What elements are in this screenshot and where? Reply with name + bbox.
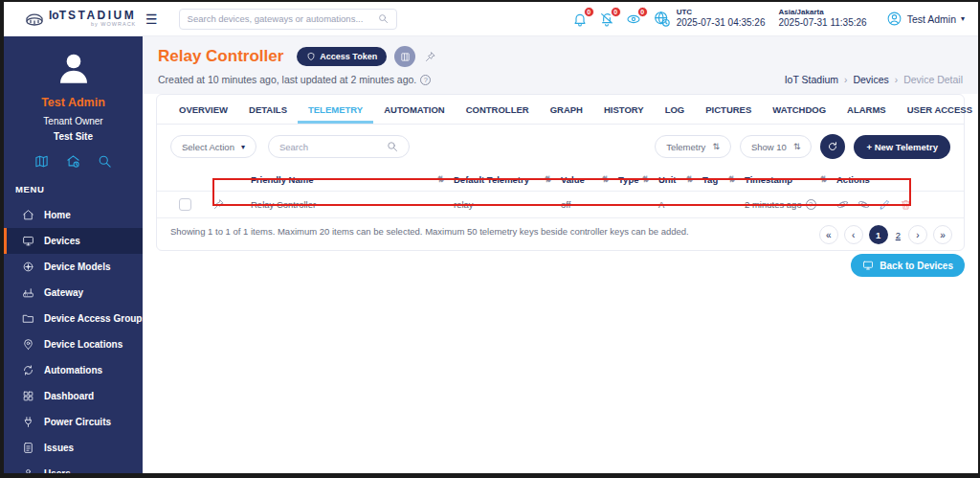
- search-icon[interactable]: [98, 154, 112, 169]
- sort-icon[interactable]: ⇅: [437, 174, 444, 184]
- sidebar: Test Admin Tenant Owner Test Site MENU H…: [4, 36, 143, 473]
- breadcrumb: IoT Stadium › Devices › Device Detail: [785, 74, 963, 85]
- table-search[interactable]: [268, 135, 410, 158]
- user-name: Test Admin: [907, 13, 956, 25]
- refresh-button[interactable]: [820, 134, 845, 159]
- table-footer: Showing 1 to 1 of 1 items. Maximum 20 it…: [157, 218, 964, 250]
- issues-icon: [22, 442, 34, 454]
- sidebar-item-gateway[interactable]: Gateway: [4, 280, 143, 306]
- breadcrumb-devices[interactable]: Devices: [853, 74, 888, 85]
- notifications-badge: 0: [584, 7, 594, 17]
- tab-user-access[interactable]: USER ACCESS: [897, 95, 980, 124]
- new-telemetry-button[interactable]: + New Telemetry: [854, 135, 950, 159]
- tab-watchdog[interactable]: WATCHDOG: [762, 95, 836, 124]
- clock-jakarta: Asia/Jakarta 2025-07-31 11:35:26: [779, 8, 867, 30]
- tab-pictures[interactable]: PICTURES: [695, 95, 762, 124]
- telemetry-filter-dropdown[interactable]: Telemetry ⇅: [655, 135, 731, 158]
- tab-alarms[interactable]: ALARMS: [836, 95, 897, 124]
- sidebar-item-device-models[interactable]: Device Models: [4, 254, 143, 280]
- map-icon[interactable]: [34, 154, 49, 169]
- page-header: Relay Controller Access Token Created at…: [143, 36, 978, 94]
- sort-icon[interactable]: ⇅: [602, 174, 609, 184]
- select-action-dropdown[interactable]: Select Action ▾: [170, 135, 256, 158]
- back-to-devices-button[interactable]: Back to Devices: [851, 254, 965, 277]
- sidebar-item-power-circuits[interactable]: Power Circuits: [4, 409, 143, 435]
- caret-down-icon: ▾: [241, 143, 245, 151]
- watchers-button[interactable]: 0: [626, 11, 641, 27]
- sidebar-item-users[interactable]: Users: [4, 461, 143, 478]
- tab-telemetry[interactable]: TELEMETRY: [298, 95, 373, 124]
- tab-details[interactable]: DETAILS: [238, 95, 298, 124]
- help-icon[interactable]: ?: [420, 75, 431, 85]
- sidebar-item-home[interactable]: Home: [4, 202, 143, 228]
- edit-icon[interactable]: [879, 198, 891, 211]
- tab-controller[interactable]: CONTROLLER: [456, 95, 540, 124]
- app-logo[interactable]: IoTSTADIUM by WOWRACK: [4, 10, 138, 28]
- row-pin-button[interactable]: [212, 198, 251, 211]
- col-tag: Tag: [702, 174, 718, 185]
- sort-icon[interactable]: ⇅: [820, 174, 827, 184]
- sidebar-item-devices[interactable]: Devices: [4, 228, 143, 254]
- prev-page-button[interactable]: ‹: [844, 225, 863, 244]
- sidebar-item-device-access-groups[interactable]: Device Access Groups: [4, 306, 143, 331]
- show-count-dropdown[interactable]: Show 10 ⇅: [740, 135, 813, 158]
- tab-bar: OVERVIEW DETAILS TELEMETRY AUTOMATION CO…: [157, 95, 964, 125]
- sort-icon[interactable]: ⇅: [686, 174, 693, 184]
- telemetry-orbit-icon[interactable]: [836, 198, 849, 211]
- api-orbit-icon[interactable]: [858, 198, 870, 211]
- sort-icon[interactable]: ⇅: [728, 174, 735, 184]
- brand-byline: by WOWRACK: [49, 22, 136, 28]
- tab-log[interactable]: LOG: [655, 95, 696, 124]
- avatar: [54, 75, 94, 91]
- table-search-input[interactable]: [279, 142, 375, 152]
- globe-clock-icon: [653, 10, 671, 28]
- site-switch-icon[interactable]: [66, 154, 80, 169]
- main-content: Relay Controller Access Token Created at…: [143, 36, 978, 478]
- user-menu[interactable]: Test Admin ▾: [886, 11, 965, 27]
- access-token-label: Access Token: [320, 52, 377, 61]
- hamburger-menu-icon[interactable]: ☰: [145, 11, 158, 27]
- notifications-button[interactable]: 0: [572, 11, 588, 27]
- cell-default-telemetry: relay: [454, 199, 561, 210]
- page-2-button[interactable]: 2: [894, 230, 902, 240]
- back-to-devices-label: Back to Devices: [880, 261, 953, 271]
- breadcrumb-iot-stadium[interactable]: IoT Stadium: [785, 74, 838, 85]
- tab-graph[interactable]: GRAPH: [540, 95, 593, 124]
- global-search-input[interactable]: [188, 13, 378, 24]
- timestamp-help-icon[interactable]: ?: [806, 199, 816, 210]
- profile-name: Test Admin: [4, 96, 143, 109]
- breadcrumb-device-detail: Device Detail: [903, 74, 963, 85]
- tab-history[interactable]: HISTORY: [593, 95, 655, 124]
- sidebar-item-dashboard[interactable]: Dashboard: [4, 383, 143, 409]
- delete-icon[interactable]: [900, 198, 912, 211]
- next-page-button[interactable]: ›: [908, 225, 927, 244]
- sidebar-item-automations[interactable]: Automations: [4, 357, 143, 383]
- shield-icon: [306, 52, 316, 61]
- col-friendly-name: Friendly Name: [251, 174, 313, 185]
- access-token-button[interactable]: Access Token: [297, 47, 387, 66]
- sidebar-item-device-locations[interactable]: Device Locations: [4, 331, 143, 357]
- created-note: Created at 10 minutes ago, last updated …: [158, 74, 416, 85]
- clock-utc-zone: UTC: [677, 8, 766, 17]
- sort-icon[interactable]: ⇅: [642, 174, 649, 184]
- row-checkbox[interactable]: [179, 198, 191, 211]
- sort-icon[interactable]: ⇅: [545, 174, 551, 184]
- alarms-button[interactable]: 0: [599, 11, 614, 27]
- home-icon: [22, 209, 34, 221]
- global-search[interactable]: [179, 9, 397, 30]
- menu-header: MENU: [4, 169, 143, 202]
- tab-overview[interactable]: OVERVIEW: [168, 95, 238, 124]
- search-icon: [378, 13, 389, 24]
- col-unit: Unit: [658, 174, 676, 185]
- tab-automation[interactable]: AUTOMATION: [373, 95, 456, 124]
- brand-text: IoTSTADIUM by WOWRACK: [49, 10, 136, 28]
- table-toolbar: Select Action ▾ Telemetry ⇅ Show 10 ⇅: [157, 125, 964, 168]
- gateway-icon: [22, 286, 34, 299]
- sidebar-item-issues[interactable]: Issues: [4, 435, 143, 461]
- search-icon: [387, 141, 398, 152]
- page-1-button[interactable]: 1: [869, 225, 888, 244]
- last-page-button[interactable]: »: [933, 225, 952, 244]
- first-page-button[interactable]: «: [819, 225, 838, 244]
- device-grid-button[interactable]: [394, 46, 415, 67]
- pin-device-button[interactable]: [424, 51, 436, 63]
